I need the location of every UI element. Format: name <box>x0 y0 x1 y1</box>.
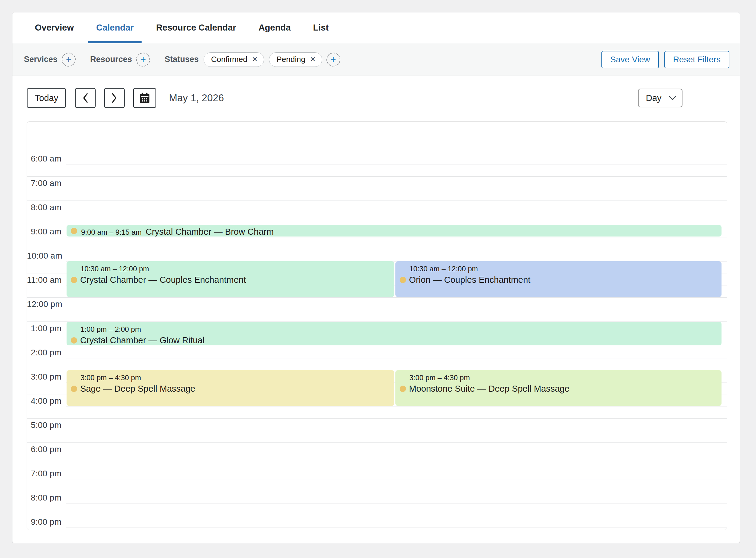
event-title-row: Moonstone Suite — Deep Spell Massage <box>400 383 717 394</box>
chip-label: Pending <box>277 55 305 64</box>
view-select[interactable]: Day <box>638 88 682 107</box>
hour-label: 9:00 am <box>27 227 61 236</box>
hour-label: 4:00 pm <box>27 397 61 406</box>
hour-label: 7:00 am <box>27 179 61 188</box>
hour-label: 1:00 pm <box>27 324 61 333</box>
hour-label: 8:00 pm <box>27 493 61 502</box>
prev-button[interactable] <box>75 88 96 108</box>
timegrid-body[interactable]: 6:00 am7:00 am8:00 am9:00 am10:00 am11:0… <box>27 152 727 530</box>
next-button[interactable] <box>104 88 125 108</box>
add-service-button[interactable]: + <box>62 53 76 67</box>
hour-row-8-00-pm[interactable]: 8:00 pm <box>27 491 727 515</box>
event-time: 3:00 pm – 4:30 pm <box>409 373 717 382</box>
filter-actions: Save View Reset Filters <box>601 51 729 68</box>
status-chip-list: Confirmed✕Pending✕ <box>199 52 322 67</box>
event-title: Moonstone Suite — Deep Spell Massage <box>409 383 569 394</box>
status-chip-confirmed[interactable]: Confirmed✕ <box>204 52 264 67</box>
event-time: 10:30 am – 12:00 pm <box>409 264 717 273</box>
status-chip-pending[interactable]: Pending✕ <box>269 52 322 67</box>
calendar-event[interactable]: 10:30 am – 12:00 pmOrion — Couples Encha… <box>395 261 722 297</box>
tab-resource-calendar[interactable]: Resource Calendar <box>148 12 244 43</box>
all-day-row[interactable] <box>27 144 727 152</box>
hour-label: 3:00 pm <box>27 372 61 381</box>
tab-calendar[interactable]: Calendar <box>89 12 142 43</box>
chevron-right-icon <box>111 93 118 103</box>
save-view-button[interactable]: Save View <box>601 51 659 68</box>
event-title-row: Sage — Deep Spell Massage <box>71 383 390 394</box>
event-title-row: Crystal Chamber — Glow Ritual <box>71 335 717 346</box>
hour-row-7-00-am[interactable]: 7:00 am <box>27 176 727 201</box>
calendar-icon <box>138 92 151 104</box>
hour-label: 9:00 pm <box>27 517 61 527</box>
add-status-button[interactable]: + <box>326 53 341 67</box>
hour-row-7-00-pm[interactable]: 7:00 pm <box>27 467 727 491</box>
event-title: Crystal Chamber — Couples Enchantment <box>80 274 246 285</box>
event-title-row: Orion — Couples Enchantment <box>400 274 717 285</box>
hour-label: 2:00 pm <box>27 348 61 357</box>
tabs-bar: OverviewCalendarResource CalendarAgendaL… <box>12 12 740 43</box>
status-dot <box>71 228 77 234</box>
today-button[interactable]: Today <box>27 88 66 108</box>
event-title: Crystal Chamber — Glow Ritual <box>80 335 204 346</box>
hour-label: 10:00 am <box>27 251 61 260</box>
event-title: Orion — Couples Enchantment <box>409 274 530 285</box>
hour-label: 7:00 pm <box>27 469 61 478</box>
event-time: 1:00 pm – 2:00 pm <box>80 325 717 334</box>
date-title: May 1, 2026 <box>169 92 224 104</box>
chevron-left-icon <box>82 93 89 103</box>
hour-row-9-00-pm[interactable]: 9:00 pm <box>27 515 727 530</box>
status-dot <box>71 386 77 392</box>
hour-row-12-00-pm[interactable]: 12:00 pm <box>27 297 727 322</box>
plus-icon: + <box>141 55 146 64</box>
status-dot <box>71 337 77 344</box>
status-dot <box>71 277 77 283</box>
hour-label: 8:00 am <box>27 203 61 212</box>
filter-bar: Services + Resources + Statuses Confirme… <box>12 43 740 76</box>
hour-row-8-00-am[interactable]: 8:00 am <box>27 201 727 225</box>
chevron-down-icon <box>669 96 676 100</box>
day-header-row <box>27 122 727 144</box>
hour-row-6-00-am[interactable]: 6:00 am <box>27 152 727 176</box>
page: { "tabs": { "items": [ { "label": "Overv… <box>0 0 756 558</box>
status-dot <box>400 386 406 392</box>
time-axis-separator <box>66 122 66 530</box>
plus-icon: + <box>331 55 336 64</box>
chip-remove-icon[interactable]: ✕ <box>252 56 258 63</box>
chip-label: Confirmed <box>211 55 248 64</box>
resources-label: Resources <box>90 55 132 64</box>
calendar-event[interactable]: 9:00 am – 9:15 amCrystal Chamber — Brow … <box>67 225 722 236</box>
event-time: 9:00 am – 9:15 am <box>81 227 142 236</box>
tab-list[interactable]: List <box>305 12 337 43</box>
statuses-label: Statuses <box>165 55 199 64</box>
plus-icon: + <box>66 55 71 64</box>
hour-label: 5:00 pm <box>27 421 61 430</box>
hour-label: 6:00 pm <box>27 445 61 454</box>
calendar-event[interactable]: 3:00 pm – 4:30 pmMoonstone Suite — Deep … <box>395 370 722 406</box>
reset-filters-button[interactable]: Reset Filters <box>664 51 729 68</box>
hour-row-6-00-pm[interactable]: 6:00 pm <box>27 442 727 467</box>
tab-overview[interactable]: Overview <box>27 12 82 43</box>
calendar-toolbar: Today May 1, 2026 Day <box>12 76 740 109</box>
hour-label: 12:00 pm <box>27 300 61 309</box>
hour-row-2-00-pm[interactable]: 2:00 pm <box>27 346 727 370</box>
event-time: 3:00 pm – 4:30 pm <box>80 373 390 382</box>
event-time: 10:30 am – 12:00 pm <box>80 264 390 273</box>
calendar-event[interactable]: 1:00 pm – 2:00 pmCrystal Chamber — Glow … <box>67 322 722 346</box>
tab-agenda[interactable]: Agenda <box>251 12 298 43</box>
event-title: Sage — Deep Spell Massage <box>80 383 195 394</box>
calendar-event[interactable]: 10:30 am – 12:00 pmCrystal Chamber — Cou… <box>67 261 394 297</box>
calendar-grid: 6:00 am7:00 am8:00 am9:00 am10:00 am11:0… <box>27 121 727 530</box>
event-title: Crystal Chamber — Brow Charm <box>146 226 274 236</box>
hour-label: 6:00 am <box>27 154 61 163</box>
view-select-value: Day <box>646 93 662 103</box>
hour-label: 11:00 am <box>27 276 61 285</box>
calendar-event[interactable]: 3:00 pm – 4:30 pmSage — Deep Spell Massa… <box>67 370 394 406</box>
services-label: Services <box>24 55 57 64</box>
chip-remove-icon[interactable]: ✕ <box>310 56 316 63</box>
event-title-row: Crystal Chamber — Couples Enchantment <box>71 274 390 285</box>
status-dot <box>400 277 406 283</box>
add-resource-button[interactable]: + <box>136 53 150 67</box>
datepicker-button[interactable] <box>133 88 156 108</box>
hour-row-5-00-pm[interactable]: 5:00 pm <box>27 418 727 442</box>
calendar-admin-card: OverviewCalendarResource CalendarAgendaL… <box>12 12 740 543</box>
